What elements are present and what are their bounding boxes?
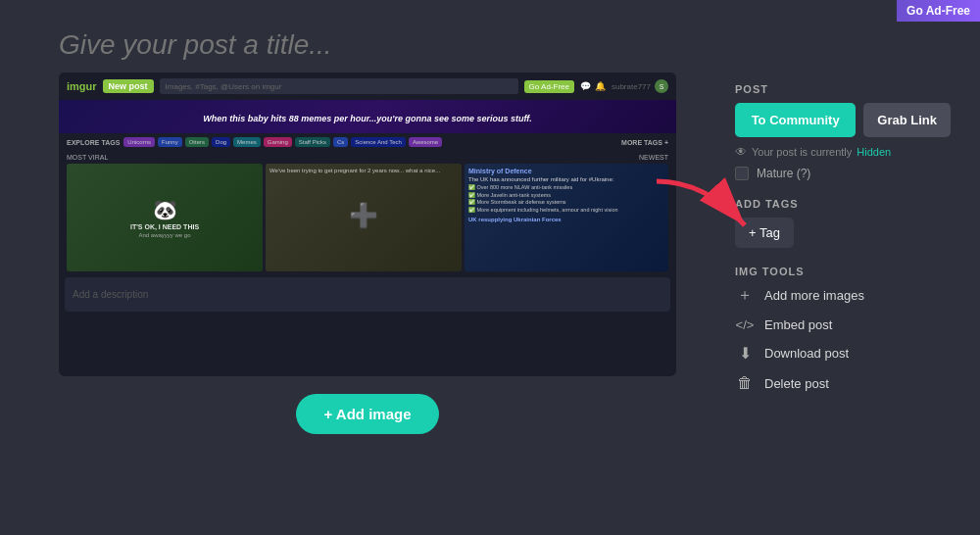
tag-memes: Memes [233,137,261,147]
img-tools-label: IMG TOOLS [735,266,951,277]
preview-tag-items: Unicorns Funny Otters Dog Memes Gaming S… [123,137,617,147]
panda-emoji: 🐼 [153,198,177,221]
img3-footer: UK resupplying Ukrainian Forces [468,217,664,222]
preview-search: Images, #Tags, @Users on imgur [160,78,518,94]
img1-subcaption: And awayyyy we go [138,232,190,238]
hidden-value: Hidden [857,146,891,158]
add-more-images-item[interactable]: ＋ Add more images [735,285,951,306]
img-tools-section: IMG TOOLS ＋ Add more images </> Embed po… [735,266,951,392]
download-post-icon: ⬇ [735,344,755,363]
post-buttons: To Community Grab Link [735,103,951,137]
tag-awesome: Awesome [409,137,442,147]
preview-icons: 💬 🔔 [580,81,606,91]
preview-img-1: 🐼 IT'S OK, I NEED THIS And awayyyy we go [67,164,263,271]
sort-label: NEWEST [639,154,668,161]
post-section: POST To Community Grab Link 👁 Your post … [735,83,951,180]
add-tags-section: ADD TAGS + Tag [735,198,951,248]
preview-ad-btn: Go Ad-Free [524,80,574,93]
hidden-status: 👁 Your post is currently Hidden [735,145,951,159]
post-section-label: POST [735,83,951,95]
download-post-item[interactable]: ⬇ Download post [735,344,951,363]
red-arrow [647,171,764,240]
tag-funny: Funny [158,137,182,147]
add-more-images-icon: ＋ [735,285,755,306]
tag-gaming: Gaming [264,137,292,147]
preview-description[interactable]: Add a description [65,277,670,312]
add-image-button[interactable]: + Add image [296,394,438,434]
preview-images-row: 🐼 IT'S OK, I NEED THIS And awayyyy we go… [59,164,676,271]
tag-staff-picks: Staff Picks [295,137,330,147]
img3-items: ✅ Over 800 more NLAW anti-tank missiles … [468,184,664,215]
img1-caption: IT'S OK, I NEED THIS [130,223,199,230]
description-placeholder: Add a description [73,289,148,300]
img-tools-list: ＋ Add more images </> Embed post ⬇ Downl… [735,285,951,392]
post-title-input[interactable] [59,29,676,61]
img3-title: Ministry of Defence [468,168,664,174]
preview-img-2: We've been trying to get pregnant for 2 … [266,164,462,271]
tag-cs: Cs [333,137,348,147]
pregnancy-test-icon: ➕ [266,177,462,253]
community-button[interactable]: To Community [735,103,856,137]
preview-banner-text: When this baby hits 88 memes per hour...… [203,114,532,123]
preview-username: subrate777 [612,82,651,91]
tag-unicorns: Unicorns [123,137,155,147]
tag-science: Science And Tech [351,137,406,147]
ad-banner[interactable]: Go Ad-Free [897,0,980,22]
mature-label: Mature (?) [757,167,810,180]
mature-row: Mature (?) [735,167,951,180]
embed-post-label: Embed post [764,317,832,332]
delete-post-item[interactable]: 🗑 Delete post [735,374,951,392]
explore-tags-label: EXPLORE TAGS [67,139,120,146]
most-viral-label: MOST VIRAL [67,154,108,161]
preview-tags-section: EXPLORE TAGS Unicorns Funny Otters Dog M… [59,133,676,151]
preview-user: subrate777 S [612,79,668,93]
chat-icon: 💬 [580,81,591,91]
preview-header: imgur New post Images, #Tags, @Users on … [59,73,676,100]
embed-post-item[interactable]: </> Embed post [735,317,951,332]
more-tags-label: MORE TAGS + [621,139,668,146]
hidden-label: Your post is currently [752,146,852,158]
left-panel: imgur New post Images, #Tags, @Users on … [59,29,676,515]
preview-logo: imgur [67,80,97,92]
download-post-label: Download post [764,346,849,361]
eye-icon: 👁 [735,145,747,159]
tag-dog: Dog [212,137,230,147]
main-container: imgur New post Images, #Tags, @Users on … [0,0,980,535]
preview-banner: When this baby hits 88 memes per hour...… [59,100,676,133]
add-tags-label: ADD TAGS [735,198,951,210]
preview-search-text: Images, #Tags, @Users on imgur [166,82,282,91]
preview-img-3: Ministry of Defence The UK has announced… [465,164,668,271]
delete-post-label: Delete post [764,376,829,391]
add-more-images-label: Add more images [764,288,864,303]
grab-link-button[interactable]: Grab Link [863,103,951,137]
tag-otters: Otters [185,137,209,147]
img2-caption: We've been trying to get pregnant for 2 … [266,164,462,177]
bell-icon: 🔔 [595,81,606,91]
right-panel: POST To Community Grab Link 👁 Your post … [735,29,951,515]
preview-avatar: S [655,79,668,93]
preview-viral-label: MOST VIRAL NEWEST [59,151,676,164]
img3-caption: The UK has announced further military ai… [468,176,664,182]
browser-preview: imgur New post Images, #Tags, @Users on … [59,73,676,376]
delete-post-icon: 🗑 [735,374,755,392]
embed-post-icon: </> [735,317,755,332]
preview-new-post-btn: New post [103,79,154,93]
